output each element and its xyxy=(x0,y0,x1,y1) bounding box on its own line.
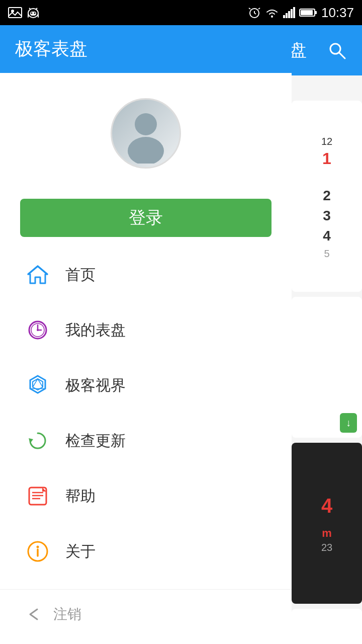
alarm-icon xyxy=(248,6,261,19)
profile-section xyxy=(0,73,292,184)
avatar xyxy=(111,98,181,169)
status-left-icons xyxy=(8,6,39,19)
menu-label-my-watch: 我的表盘 xyxy=(65,320,126,341)
svg-point-26 xyxy=(135,113,157,135)
svg-line-12 xyxy=(254,13,256,14)
download-btn-small: ↓ xyxy=(340,413,357,433)
sidebar-item-help[interactable]: 帮助 xyxy=(0,468,292,524)
info-icon xyxy=(25,539,50,564)
geek-vision-icon xyxy=(25,373,50,398)
svg-point-7 xyxy=(34,13,36,14)
svg-point-1 xyxy=(11,10,14,13)
svg-line-13 xyxy=(249,8,250,9)
menu-label-about: 关于 xyxy=(65,541,96,562)
svg-rect-23 xyxy=(315,11,317,14)
svg-rect-0 xyxy=(9,8,22,18)
home-icon xyxy=(25,262,50,287)
watch-icon xyxy=(25,317,50,343)
sidebar-header: 极客表盘 xyxy=(0,25,292,73)
back-arrow-icon xyxy=(25,607,43,621)
sidebar-item-geek-vision[interactable]: 极客视界 xyxy=(0,358,292,413)
svg-line-14 xyxy=(258,8,260,9)
menu-label-help: 帮助 xyxy=(65,486,96,507)
svg-point-32 xyxy=(37,329,39,331)
cancel-label: 注销 xyxy=(53,605,81,624)
status-bar: 10:37 xyxy=(0,0,362,25)
cancel-section[interactable]: 注销 xyxy=(0,589,292,644)
card-watchface: 4m 23 xyxy=(292,443,362,604)
svg-point-15 xyxy=(271,16,273,18)
refresh-icon xyxy=(25,428,50,453)
sidebar-item-about[interactable]: 关于 xyxy=(0,524,292,579)
svg-rect-18 xyxy=(288,11,290,18)
avatar-icon xyxy=(116,103,176,164)
svg-rect-20 xyxy=(293,7,295,18)
search-icon-bg xyxy=(327,40,347,60)
svg-line-25 xyxy=(339,52,345,58)
card-download: ↓ xyxy=(292,297,362,438)
svg-line-4 xyxy=(29,8,31,10)
svg-rect-19 xyxy=(291,9,293,18)
watch-time: 4m xyxy=(321,494,332,542)
watch-date: 23 xyxy=(321,542,332,553)
svg-rect-3 xyxy=(30,12,36,16)
sidebar-item-my-watch[interactable]: 我的表盘 xyxy=(0,302,292,358)
svg-point-43 xyxy=(37,546,39,548)
menu-label-check-update: 检查更新 xyxy=(65,431,126,451)
right-panel: 1 12 2 3 4 5 ↓ 4m 23 ↓ xyxy=(292,101,362,644)
signal-icon xyxy=(283,7,295,18)
svg-point-6 xyxy=(31,13,33,14)
status-right-icons: 10:37 xyxy=(248,5,354,21)
svg-rect-17 xyxy=(286,13,288,18)
sidebar: 极客表盘 登录 首页 xyxy=(0,25,292,644)
menu-label-home: 首页 xyxy=(65,265,96,285)
svg-rect-16 xyxy=(283,15,285,18)
gallery-icon xyxy=(8,7,22,18)
sidebar-item-home[interactable]: 首页 xyxy=(0,247,292,302)
svg-point-27 xyxy=(128,137,164,164)
card-extra: ↓ xyxy=(292,609,362,644)
card-numbers: 1 12 2 3 4 5 xyxy=(292,101,362,292)
sidebar-title: 极客表盘 xyxy=(15,37,87,61)
status-time: 10:37 xyxy=(321,5,354,21)
android-icon xyxy=(27,6,39,19)
svg-rect-22 xyxy=(301,10,313,15)
wifi-icon xyxy=(265,7,279,18)
svg-line-5 xyxy=(36,8,37,10)
help-icon xyxy=(25,484,50,509)
menu-list: 首页 我的表盘 xyxy=(0,237,292,589)
menu-label-geek-vision: 极客视界 xyxy=(65,375,126,396)
sidebar-item-check-update[interactable]: 检查更新 xyxy=(0,413,292,468)
battery-icon xyxy=(299,8,317,17)
login-button[interactable]: 登录 xyxy=(20,199,272,237)
